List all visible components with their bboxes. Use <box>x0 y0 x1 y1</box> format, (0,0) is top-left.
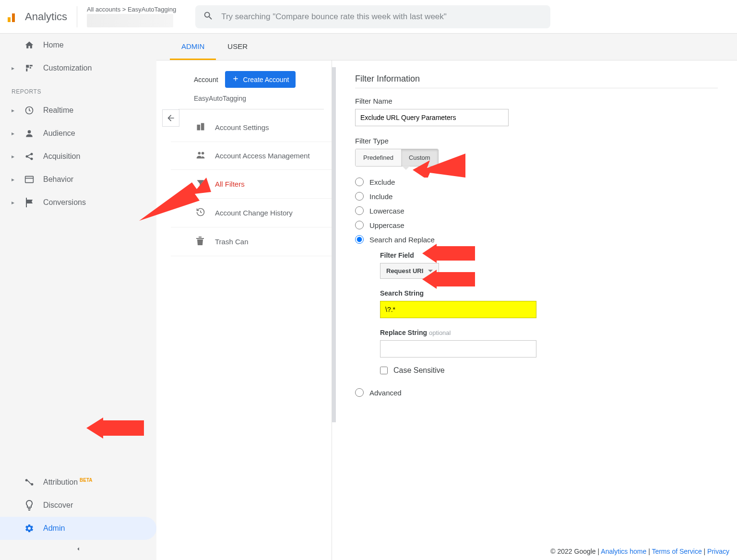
nav-audience[interactable]: ▸ Audience <box>0 122 156 145</box>
nav-realtime[interactable]: ▸ Realtime <box>0 99 156 122</box>
filter-type-toggle: Predefined Custom <box>355 149 439 167</box>
footer-link-terms[interactable]: Terms of Service <box>652 548 701 555</box>
replace-string-label: Replace String optional <box>380 329 718 336</box>
menu-label: Trash Can <box>215 238 248 246</box>
replace-string-input[interactable] <box>380 340 536 357</box>
svg-rect-12 <box>25 176 34 182</box>
search-bar[interactable]: Try searching "Compare bounce rate this … <box>195 5 550 28</box>
search-string-input[interactable] <box>380 301 536 318</box>
svg-rect-1 <box>12 13 15 22</box>
search-placeholder: Try searching "Compare bounce rate this … <box>221 12 447 22</box>
radio-label: Search and Replace <box>369 236 435 244</box>
radio-advanced[interactable] <box>355 388 364 397</box>
plus-icon <box>232 75 239 84</box>
menu-change-history[interactable]: Account Change History <box>171 199 332 227</box>
svg-rect-3 <box>26 65 29 68</box>
analytics-logo-icon <box>8 10 19 24</box>
people-icon <box>196 151 206 161</box>
footer-link-privacy[interactable]: Privacy <box>707 548 729 555</box>
gear-icon <box>24 524 35 533</box>
lightbulb-icon <box>24 500 35 511</box>
nav-acquisition[interactable]: ▸ Acquisition <box>0 145 156 168</box>
footer-link-home[interactable]: Analytics home <box>601 548 646 555</box>
create-account-button[interactable]: Create Account <box>225 71 296 88</box>
section-title: Filter Information <box>355 74 718 88</box>
account-column: Account Create Account EasyAutoTagging A… <box>171 60 332 560</box>
radio-search-replace[interactable] <box>355 235 364 244</box>
radio-label: Include <box>369 192 392 201</box>
search-string-label: Search String <box>380 289 718 297</box>
menu-label: Account Change History <box>215 209 293 217</box>
history-icon <box>196 207 206 218</box>
share-icon <box>24 152 35 161</box>
radio-uppercase[interactable] <box>355 221 364 229</box>
filter-form: Filter Information Filter Name Filter Ty… <box>336 60 737 560</box>
scrollbar[interactable] <box>332 67 336 422</box>
svg-rect-4 <box>30 65 33 66</box>
toggle-predefined[interactable]: Predefined <box>356 149 401 166</box>
chevron-down-icon <box>428 270 433 274</box>
nav-label: Acquisition <box>43 152 80 161</box>
tab-admin[interactable]: ADMIN <box>170 34 216 60</box>
collapse-sidebar-button[interactable] <box>0 540 156 560</box>
custom-filter-radio-group: Exclude Include Lowercase Uppercase Sear… <box>355 175 718 400</box>
menu-all-filters[interactable]: All Filters <box>171 170 332 199</box>
home-icon <box>24 40 35 50</box>
admin-tabs: ADMIN USER <box>156 34 737 60</box>
radio-label: Uppercase <box>369 221 404 229</box>
search-icon <box>203 11 214 23</box>
flag-icon <box>24 198 35 207</box>
building-icon <box>196 122 206 133</box>
menu-account-settings[interactable]: Account Settings <box>171 113 332 142</box>
tab-user[interactable]: USER <box>216 34 259 60</box>
nav-label: Audience <box>43 129 75 138</box>
filter-field-dropdown[interactable]: Request URI <box>380 263 439 279</box>
filter-type-label: Filter Type <box>355 137 718 145</box>
nav-discover[interactable]: ▸ Discover <box>0 494 156 517</box>
case-sensitive-checkbox[interactable] <box>380 367 388 374</box>
radio-label: Exclude <box>369 178 395 186</box>
filter-name-input[interactable] <box>355 109 509 126</box>
radio-include[interactable] <box>355 192 364 201</box>
menu-label: All Filters <box>215 180 245 188</box>
svg-point-19 <box>202 152 204 155</box>
breadcrumb: All accounts > EasyAutoTagging <box>87 6 176 13</box>
radio-exclude[interactable] <box>355 178 364 186</box>
svg-point-8 <box>28 130 31 133</box>
nav-label: Conversions <box>43 198 86 207</box>
app-header: Analytics All accounts > EasyAutoTagging… <box>0 0 737 34</box>
svg-point-14 <box>26 479 27 481</box>
nav-home[interactable]: ▸ Home <box>0 34 156 57</box>
nav-label: Customization <box>43 64 92 72</box>
attribution-icon <box>24 478 35 487</box>
footer: © 2022 Google | Analytics home | Terms o… <box>550 543 729 560</box>
browser-icon <box>24 175 35 184</box>
person-icon <box>24 129 35 138</box>
property-name-redacted <box>87 14 173 27</box>
nav-behavior[interactable]: ▸ Behavior <box>0 168 156 191</box>
radio-lowercase[interactable] <box>355 206 364 215</box>
left-sidebar: ▸ Home ▸ Customization REPORTS ▸ Realtim… <box>0 34 156 560</box>
menu-trash-can[interactable]: Trash Can <box>171 227 332 256</box>
optional-hint: optional <box>429 329 451 336</box>
reports-section-label: REPORTS <box>0 80 156 99</box>
nav-customization[interactable]: ▸ Customization <box>0 57 156 80</box>
nav-label: Home <box>43 41 64 49</box>
toggle-custom[interactable]: Custom <box>401 149 438 166</box>
product-name: Analytics <box>25 11 67 23</box>
account-column-label: Account <box>194 76 218 83</box>
dashboard-icon <box>24 64 35 72</box>
filter-name-label: Filter Name <box>355 97 718 105</box>
svg-rect-5 <box>30 67 31 69</box>
account-name[interactable]: EasyAutoTagging <box>171 93 332 109</box>
nav-label: Realtime <box>43 106 73 115</box>
nav-attribution[interactable]: ▸ AttributionBETA <box>0 471 156 494</box>
main-area: ADMIN USER Account Create Account EasyAu… <box>156 34 737 560</box>
logo-block[interactable]: Analytics <box>8 6 77 27</box>
dropdown-value: Request URI <box>386 267 423 274</box>
nav-conversions[interactable]: ▸ Conversions <box>0 191 156 214</box>
nav-admin[interactable]: ▸ Admin <box>0 517 156 540</box>
back-button[interactable] <box>162 109 179 127</box>
account-selector[interactable]: All accounts > EasyAutoTagging <box>77 6 186 27</box>
menu-account-access[interactable]: Account Access Management <box>171 142 332 170</box>
